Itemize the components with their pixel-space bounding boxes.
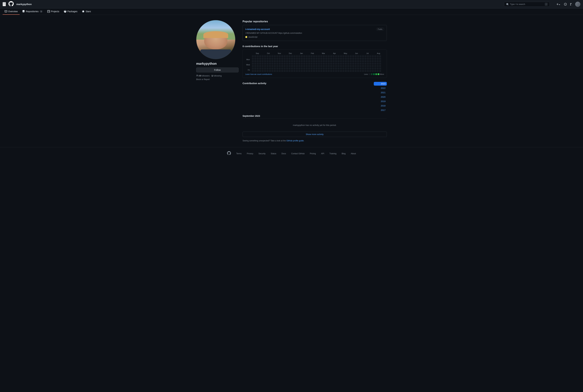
pull-requests-button[interactable] <box>569 2 573 6</box>
grid-cell <box>294 60 296 62</box>
grid-cell <box>311 70 313 72</box>
day-labels: Mon Wed Fri <box>245 55 251 71</box>
grid-cell <box>276 60 278 62</box>
footer-about[interactable]: About <box>351 152 356 155</box>
year-2022-button[interactable]: 2022 <box>374 86 387 90</box>
footer-contact[interactable]: Contact GitHub <box>291 152 305 155</box>
grid-cell <box>269 62 271 64</box>
grid-cell <box>279 60 281 62</box>
month-sep: Sep <box>252 52 263 54</box>
grid-cell <box>372 55 374 57</box>
grid-cell <box>347 60 349 62</box>
grid-cell <box>284 55 286 57</box>
year-2019-button[interactable]: 2019 <box>374 100 387 103</box>
grid-cell <box>369 55 371 57</box>
month-jan: Jan <box>296 52 307 54</box>
grid-cell <box>323 60 325 62</box>
grid-cell <box>355 55 357 57</box>
footer-security[interactable]: Security <box>258 152 265 155</box>
github-profile-guide-link[interactable]: GitHub profile guide <box>286 140 304 142</box>
grid-cell <box>352 68 354 70</box>
grid-cell <box>311 62 313 64</box>
book-icon <box>5 10 7 13</box>
grid-cell <box>296 68 298 70</box>
grid-cell <box>355 58 357 60</box>
grid-cell <box>318 60 320 62</box>
grid-cell <box>276 58 278 60</box>
popular-repositories-section: Popular repositories i-renamed-my-accoun… <box>242 20 387 41</box>
grid-cell <box>313 68 315 70</box>
grid-cell <box>271 60 273 62</box>
grid-cell <box>357 58 359 60</box>
tab-projects[interactable]: Projects <box>45 8 61 15</box>
grid-cell <box>271 65 273 67</box>
grid-cell <box>281 70 283 72</box>
footer-pricing[interactable]: Pricing <box>310 152 316 155</box>
grid-cell <box>350 68 352 70</box>
block-report[interactable]: Block or Report <box>196 78 239 80</box>
year-2021-button[interactable]: 2021 <box>374 91 387 94</box>
user-avatar[interactable] <box>575 2 580 7</box>
add-button[interactable] <box>555 2 561 6</box>
grid-cell <box>298 62 300 64</box>
grid-cell <box>365 70 366 72</box>
grid-cell <box>374 58 376 60</box>
contrib-footer: Learn how we count contributions Less Mo… <box>245 73 384 75</box>
activity-title: Contribution activity <box>242 82 374 85</box>
grid-cell <box>308 70 310 72</box>
grid-cell <box>269 65 271 67</box>
tab-stars[interactable]: Stars <box>80 8 93 15</box>
grid-cell <box>296 62 298 64</box>
year-2020-button[interactable]: 2020 <box>374 95 387 99</box>
grid-cell <box>343 70 344 72</box>
hamburger-menu[interactable] <box>3 2 6 6</box>
grid-cell <box>367 58 369 60</box>
grid-cell <box>294 68 296 70</box>
footer-docs[interactable]: Docs <box>281 152 286 155</box>
grid-cell <box>308 65 310 67</box>
show-more-activity-button[interactable]: Show more activity <box>242 132 387 137</box>
contributions-section: 0 contributions in the last year Sep Oct… <box>242 45 387 78</box>
year-2017-button[interactable]: 2017 <box>374 108 387 112</box>
footer-privacy[interactable]: Privacy <box>247 152 253 155</box>
grid-cell <box>291 60 293 62</box>
grid-cell <box>330 60 332 62</box>
year-2023-button[interactable]: 2023 <box>374 82 387 86</box>
navbar: markypython Type / to search / <box>0 0 583 8</box>
grid-cell <box>306 58 308 60</box>
footer-terms[interactable]: Terms <box>236 152 241 155</box>
grid-cell <box>259 58 261 60</box>
grid-cell <box>357 62 359 64</box>
grid-cell <box>276 68 278 70</box>
grid-cell <box>269 70 271 72</box>
repo-language: JavaScript <box>245 36 384 38</box>
footer-api[interactable]: API <box>321 152 324 155</box>
grid-cell <box>254 65 256 67</box>
year-2018-button[interactable]: 2018 <box>374 104 387 108</box>
tab-packages[interactable]: Packages <box>62 8 79 15</box>
grid-cell <box>266 68 268 70</box>
grid-cell <box>288 62 290 64</box>
grid-cell <box>369 70 371 72</box>
tab-repositories[interactable]: Repositories 1 <box>20 8 45 15</box>
grid-cell <box>296 60 298 62</box>
grid-cell <box>298 60 300 62</box>
grid-cell <box>262 60 263 62</box>
grid-cell <box>318 65 320 67</box>
grid-cell <box>288 60 290 62</box>
learn-contributions-link[interactable]: Learn how we count contributions <box>245 73 272 75</box>
follow-button[interactable]: Follow <box>196 68 239 72</box>
search-bar[interactable]: Type / to search / <box>504 2 550 7</box>
grid-cell <box>372 58 374 60</box>
nav-username[interactable]: markypython <box>16 3 32 6</box>
footer-status[interactable]: Status <box>271 152 276 155</box>
grid-cell <box>320 68 322 70</box>
issues-button[interactable] <box>563 2 567 6</box>
repo-link[interactable]: i-renamed-my-account <box>245 28 270 30</box>
footer-blog[interactable]: Blog <box>342 152 346 155</box>
footer-training[interactable]: Training <box>329 152 336 155</box>
grid-cell <box>345 55 347 57</box>
grid-cell <box>345 60 347 62</box>
tab-overview[interactable]: Overview <box>3 8 20 15</box>
grid-cell <box>374 68 376 70</box>
